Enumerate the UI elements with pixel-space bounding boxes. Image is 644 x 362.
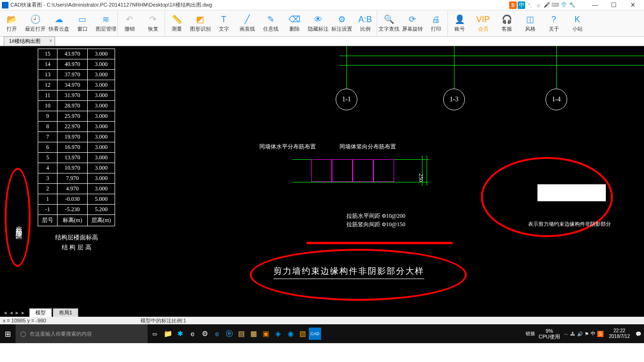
findtext-button[interactable]: 🔍文字查找 [377,10,401,36]
ime-kbd-icon[interactable]: ⌨ [552,1,559,9]
site-button[interactable]: K小站 [566,10,589,36]
grid-v-1 [347,46,347,89]
table-row: 925.9703.000 [38,111,115,122]
tray-sogou-icon[interactable]: S [597,331,603,337]
ime-skin-icon[interactable]: 👕 [560,1,568,9]
recent-button[interactable]: 🕘最近打开 [24,10,47,36]
taskbar-app-3[interactable]: ｅ [186,328,198,340]
diagram-spec2: 拉筋竖向间距 Φ10@150 [347,221,405,229]
support-button[interactable]: 🎧客服 [495,10,519,36]
search-icon: ◯ [20,331,26,337]
ime-tool-icon[interactable]: 🔧 [569,1,576,9]
table-row: 1-0.0305.000 [38,194,115,205]
model-tab[interactable]: 模型 [29,308,52,317]
findtext-icon: 🔍 [384,14,394,25]
vip-icon: VIP [478,14,488,25]
table-row: 410.9703.000 [38,163,115,173]
close-tab-icon[interactable]: × [49,38,52,43]
action-center-icon[interactable]: 💬 [636,331,641,337]
taskbar-app-8[interactable]: ◉ [284,328,297,340]
file-tabstrip: 1#楼结构出图 × [0,37,644,46]
delete-icon: ⌫ [289,14,300,25]
table-row: -1-5.2305.200 [38,205,115,215]
window-icon: ▭ [77,14,88,25]
cloud-icon: ☁ [54,14,64,25]
rotate-icon: ⟳ [407,14,418,25]
redo-button[interactable]: ↷恢复 [141,10,165,36]
taskbar-cad-icon[interactable]: CAD [309,328,321,340]
shape-button[interactable]: ◩图形识别 [189,10,212,36]
tray-net-icon[interactable]: 🖧 [570,331,575,337]
style-button[interactable]: ◫风格 [519,10,542,36]
layer-button[interactable]: ≋图层管理 [94,10,118,36]
scale-button[interactable]: A:B比例 [354,10,377,36]
taskbar-app-2[interactable]: ✱ [174,328,186,340]
undo-button[interactable]: ↶撤销 [118,10,141,36]
rotate-button[interactable]: ⟳屏幕旋转 [401,10,424,36]
close-button[interactable]: ✕ [623,0,642,10]
ime-mic-icon[interactable]: 🎤 [543,1,551,9]
about-button[interactable]: ?关于 [542,10,566,36]
grid-h-line2 [339,65,644,66]
recent-icon: 🕘 [30,14,41,25]
taskbar-ie-icon[interactable]: ⓔ [223,328,235,340]
redo-icon: ↷ [148,14,158,25]
taskbar-app-9[interactable]: ▧ [297,328,309,340]
grid-v-2 [454,46,454,89]
file-tab[interactable]: 1#楼结构出图 × [4,36,55,46]
taskbar-edge-icon[interactable]: ｅ [211,328,223,340]
cpu-widget[interactable]: 9% CPU使用 [537,328,562,339]
tray-link[interactable]: 链接 [526,330,535,337]
ime-lang-icon[interactable]: 中 [518,1,525,9]
table-row: 1337.9703.000 [38,70,115,80]
window-button[interactable]: ▭窗口 [71,10,94,36]
table-row: 822.9703.000 [38,122,115,132]
print-button[interactable]: 🖨打印 [424,10,448,36]
ime-sogou-icon[interactable]: S [509,1,517,9]
table-row: 1234.9703.000 [38,80,115,90]
cloud-button[interactable]: ☁快看云盘 [47,10,71,36]
taskbar-app-5[interactable]: ▦ [248,328,260,340]
text-button[interactable]: T文字 [212,10,236,36]
tray-ime-cn[interactable]: 中 [591,330,595,337]
toolbar: 📂打开🕘最近打开☁快看云盘▭窗口≋图层管理↶撤销↷恢复📏测量◩图形识别T文字╱画… [0,10,644,37]
diagram-label-right: 同墙体竖向分布筋布置 [339,143,396,151]
task-view-icon[interactable]: ▭ [148,324,162,343]
taskbar-app-6[interactable]: ▣ [260,328,272,340]
taskbar-clock[interactable]: 22:22 2018/7/12 [605,328,634,339]
taskbar-app-1[interactable]: 📁 [162,328,174,340]
legend-caption: 表示剪力墙约束边缘构件非阴影部分 [528,221,611,228]
start-button[interactable]: ⊞ [0,324,16,343]
account-button[interactable]: 👤账号 [448,10,471,36]
taskbar-app-7[interactable]: ◈ [272,328,284,340]
line-button[interactable]: ╱画直线 [236,10,259,36]
delete-button[interactable]: ⌫删除 [283,10,306,36]
measure-button[interactable]: 📏测量 [165,10,189,36]
table-row: 616.9703.000 [38,142,115,153]
minimize-button[interactable]: — [586,0,604,10]
ime-comma-icon[interactable]: °, [526,1,534,9]
tray-flag-icon[interactable]: ⚑ [585,331,589,337]
taskbar-explorer-icon[interactable]: ▤ [235,328,248,340]
table-caption: 结构层楼面标高 结 构 层 高 [38,233,115,253]
open-button[interactable]: 📂打开 [0,10,24,36]
layout1-tab[interactable]: 布局1 [53,308,78,317]
tray-chevron-icon[interactable]: ︿ [564,330,569,337]
taskbar-app-4[interactable]: ⚙ [198,328,211,340]
annoset-button[interactable]: ⚙标注设置 [330,10,354,36]
tray-vol-icon[interactable]: 🔊 [577,331,583,337]
anyline-button[interactable]: ✎任意线 [259,10,283,36]
search-placeholder: 在这里输入你要搜索的内容 [30,330,92,337]
taskbar-search[interactable]: ◯ 在这里输入你要搜索的内容 [16,324,148,343]
measure-icon: 📏 [172,14,182,25]
table-row: 1543.9703.000 [38,49,115,59]
tab-nav-arrows[interactable]: ◄ ◄ ► ► [0,310,28,315]
maximize-button[interactable]: ☐ [604,0,623,10]
drawing-canvas[interactable]: 底部加强区 1543.9703.0001440.9703.0001337.970… [0,46,644,317]
wall-diagram [302,159,415,183]
vip-button[interactable]: VIP会员 [471,10,495,36]
diagram-spec1: 拉筋水平间距 Φ10@200 [347,212,405,220]
ime-face-icon[interactable]: ☺ [535,1,542,9]
hide-button[interactable]: 👁隐藏标注 [306,10,330,36]
layout-tabstrip: ◄ ◄ ► ► 模型 布局1 [0,308,644,317]
